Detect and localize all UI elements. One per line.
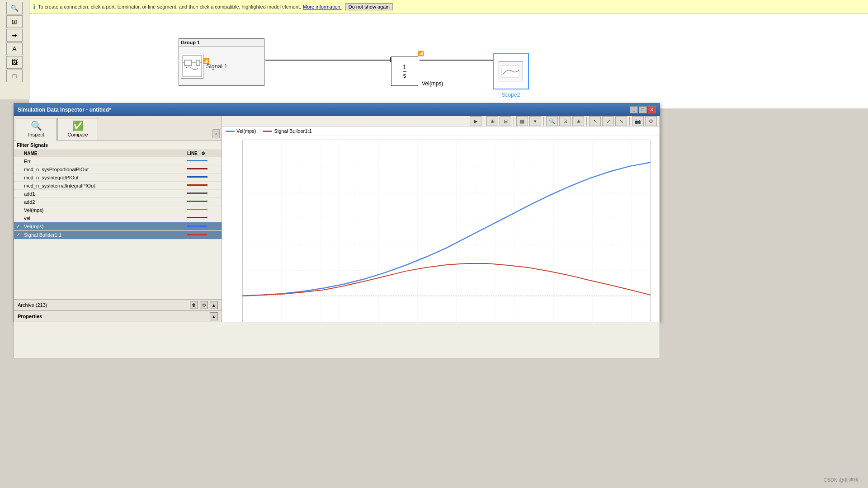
tab-inspect[interactable]: 🔍 Inspect [16,118,57,141]
row-checkbox[interactable] [14,214,22,222]
block-title: Group 1 [179,39,264,47]
layout-drop-btn[interactable]: ▾ [529,116,541,126]
row-checkbox[interactable] [14,198,22,206]
table-row[interactable]: vel [14,214,222,222]
zoom-out-btn[interactable]: ⊡ [559,116,571,126]
swatch [187,217,208,218]
layout-btn[interactable]: ▦ [516,116,528,126]
filter-section: Filter Signals [14,141,222,150]
tab-compare[interactable]: ✅ Compare [57,118,98,140]
more-info-link[interactable]: More information. [303,4,342,9]
expand-btn[interactable]: ⤢ [602,116,614,126]
row-checkbox[interactable] [14,190,22,198]
text-btn[interactable]: A [6,42,23,55]
fit-zoom-btn[interactable]: ⊞ [572,116,584,126]
col-line: LINE ⚙ [185,150,222,157]
row-checkbox[interactable] [14,165,22,174]
chart-plot-area: -1 0 1 2 3 4 5 0 0.5 1.0 1.5 2.0 2.5 3.0 [222,136,660,336]
row-checkbox[interactable] [14,157,22,165]
close-button[interactable]: ✕ [648,106,656,113]
expand2-btn[interactable]: ⤡ [615,116,627,126]
watermark: CSDN @射声语 [824,477,859,483]
properties-expand-btn[interactable]: ▲ [210,312,218,320]
swatch [187,160,208,161]
scope-block[interactable] [493,53,529,89]
integrator-input-antenna: 📶 [418,51,424,56]
row-checkbox[interactable] [14,206,22,214]
fit-btn[interactable]: ⊞ [6,15,23,28]
check-mark: ✓ [16,223,20,230]
swatch [187,168,208,169]
row-name: mcd_n_sysIntegralPIOut [22,174,185,182]
archive-expand-btn[interactable]: ▲ [210,301,218,309]
play-btn[interactable]: ▶ [470,116,481,126]
table-row[interactable]: ✓Signal Builder1:1 [14,231,222,239]
signals-table: NAME LINE ⚙ Errmcd_n_sysProportionalPIOu… [14,150,222,299]
arrow-line-2 [420,60,494,61]
bottom-area [14,322,660,358]
settings-chart-btn[interactable]: ⚙ [645,116,657,126]
cursor-btn[interactable]: ↖ [589,116,601,126]
properties-bar: Properties ▲ [14,311,222,322]
row-checkbox[interactable]: ✓ [14,231,22,239]
zoom-tool-btn[interactable]: 🔍 [6,2,23,14]
chart-toolbar: ▶ ⊞ ⊟ ▦ ▾ 🔍 ⊡ ⊞ ↖ ⤢ ⤡ 📷 ⚙ [222,116,660,127]
sdi-titlebar: Simulation Data Inspector - untitled* _ … [14,103,660,116]
archive-bar: Archive (213) 🗑 ⚙ ▲ [14,299,222,311]
table-row[interactable]: add2 [14,198,222,206]
table-row[interactable]: mcd_n_sysIntegralPIOut [14,174,222,182]
restore-button[interactable]: □ [639,106,647,113]
separator-4 [586,117,587,126]
integrator-inner: 1 s [403,63,406,80]
integrator-numerator: 1 [403,63,406,72]
dismiss-button[interactable]: Do not show again [345,3,393,10]
sdi-title: Simulation Data Inspector - untitled* [18,107,111,113]
swatch [187,176,208,178]
row-name: add2 [22,198,185,206]
archive-btns: 🗑 ⚙ ▲ [190,301,218,309]
table-row[interactable]: ✓Vel(mps) [14,222,222,231]
svg-rect-0 [183,56,202,76]
image-btn[interactable]: 🖼 [6,56,23,69]
table-row[interactable]: Err [14,157,222,165]
legend-label-signal: Signal Builder1:1 [274,128,311,134]
grid-btn2[interactable]: ⊟ [500,116,511,126]
svg-rect-3 [196,60,200,66]
sdi-tabs: 🔍 Inspect ✅ Compare ‹ [14,116,222,141]
vel-label: Vel(mps) [422,80,443,87]
sdi-left-panel: 🔍 Inspect ✅ Compare ‹ Filter Signals [14,116,222,322]
check-mark: ✓ [16,232,20,238]
table-row[interactable]: mcd_n_sysProportionalPIOut [14,165,222,174]
table-row[interactable]: add1 [14,190,222,198]
row-line-swatch [185,157,222,165]
swatch [187,234,208,235]
sdi-titlebar-btns: _ □ ✕ [630,106,656,113]
signal-group-block[interactable]: Group 1 📶 Signal 1 [179,38,264,86]
chart-legend: Vel(mps) Signal Builder1:1 [222,127,660,136]
box-btn[interactable]: □ [6,70,23,82]
row-checkbox[interactable] [14,174,22,182]
integrator-block[interactable]: 1 s 📶 [391,56,418,86]
minimize-button[interactable]: _ [630,106,638,113]
info-icon: ℹ [33,3,35,10]
grid-btn[interactable]: ⊞ [486,116,498,126]
archive-delete-btn[interactable]: 🗑 [190,301,198,309]
archive-settings-btn[interactable]: ⚙ [200,301,208,309]
toolbar-left: 🔍 ⊞ ➡ A 🖼 □ [0,0,29,99]
row-checkbox[interactable] [14,182,22,190]
table-row[interactable]: Vel(mps) [14,206,222,214]
collapse-left-btn[interactable]: ‹ [212,129,220,138]
arrow-line-1 [265,60,392,61]
row-checkbox[interactable]: ✓ [14,222,22,231]
arrow-btn[interactable]: ➡ [6,29,23,42]
swatch [187,184,208,186]
separator-2 [514,117,514,126]
zoom-in-btn[interactable]: 🔍 [546,116,558,126]
legend-vel: Vel(mps) [226,128,256,134]
row-name: vel [22,214,185,222]
table-row[interactable]: mcd_n_sysInternalIntegralPIOut [14,182,222,190]
swatch [187,225,208,227]
info-bar: ℹ To create a connection, click a port, … [29,0,868,14]
simulink-canvas: Group 1 📶 Signal 1 1 [29,14,868,108]
camera-btn[interactable]: 📷 [632,116,644,126]
